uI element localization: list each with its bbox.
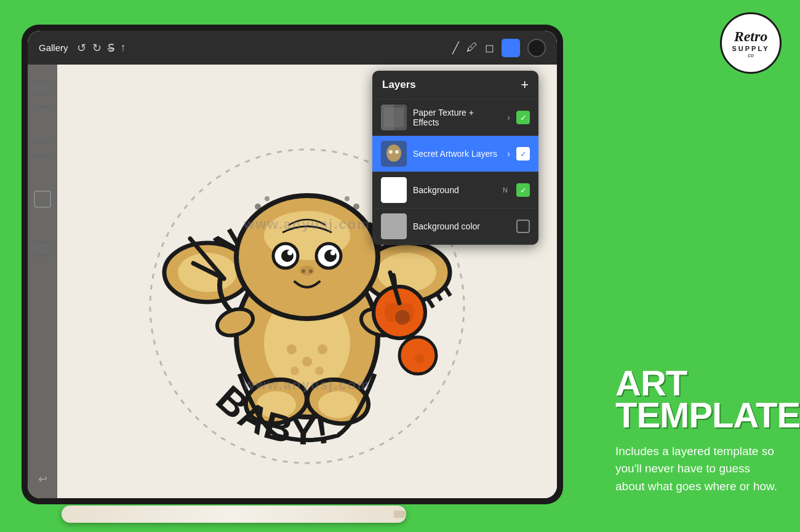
layer-name-artwork: Secret Artwork Layers [413,149,501,159]
sidebar-handle-3 [34,105,51,108]
layers-title: Layers [382,79,416,91]
svg-point-46 [386,145,401,162]
layer-row-paper[interactable]: Paper Texture + Effects › [372,100,538,136]
art-template-description: Includes a layered template so you'll ne… [615,443,782,496]
svg-point-40 [353,204,359,210]
logo-retro-text: Retro [732,28,769,45]
pen-icon[interactable]: ╱ [452,41,459,55]
gallery-button[interactable]: Gallery [39,42,68,53]
sidebar-handle-5 [34,154,51,157]
layers-panel: Layers + Paper Texture + Effects › [372,71,538,245]
svg-point-7 [287,344,297,354]
svg-point-21 [302,269,305,273]
svg-point-8 [302,357,312,367]
layer-name-background: Background [413,185,497,195]
logo-co-text: co [732,52,769,58]
svg-point-10 [290,367,299,375]
svg-point-11 [315,367,324,375]
logo-supply-text: SUPPLY [732,45,769,52]
layer-thumb-artwork [381,141,407,167]
background: Gallery ↺ ↻ S̶ ↑ ╱ 🖊 ◻ [0,0,800,532]
toolbar-icons: ↺ ↻ S̶ ↑ [77,41,126,55]
eraser-icon[interactable]: ◻ [485,41,494,55]
layer-row-bgcolor[interactable]: Background color [372,208,538,245]
svg-point-34 [415,354,425,363]
sidebar-handle-7 [34,254,51,257]
tablet: Gallery ↺ ↻ S̶ ↑ ╱ 🖊 ◻ [22,25,563,504]
svg-point-47 [389,150,393,154]
svg-point-39 [265,196,270,201]
svg-point-22 [309,269,313,273]
svg-rect-44 [384,108,404,127]
logo-circle: Retro SUPPLY co [720,12,782,74]
retro-supply-logo: Retro SUPPLY co [720,12,782,74]
layer-visibility-background[interactable] [516,183,530,197]
layer-visibility-artwork[interactable] [516,147,530,161]
undo-sidebar-icon[interactable]: ↩ [38,472,47,486]
sidebar-handle-6 [34,241,51,244]
arrow-up-icon[interactable]: ↑ [121,41,126,55]
toolbar-left: Gallery ↺ ↻ S̶ ↑ [39,41,126,55]
toolbar: Gallery ↺ ↻ S̶ ↑ ╱ 🖊 ◻ [28,31,557,65]
redo-icon[interactable]: ↻ [92,41,102,55]
layers-header: Layers + [372,71,538,100]
layer-row-artwork[interactable]: Secret Artwork Layers › [372,136,538,172]
toolbar-right: ╱ 🖊 ◻ [452,39,546,57]
svg-point-41 [345,196,350,201]
undo-icon[interactable]: ↺ [77,41,86,55]
layer-thumb-bgcol [381,213,407,239]
svg-point-18 [287,250,292,255]
tablet-screen: Gallery ↺ ↻ S̶ ↑ ╱ 🖊 ◻ [28,31,557,498]
svg-point-38 [255,204,261,210]
layers-button[interactable] [502,39,520,57]
logo-text: Retro SUPPLY co [729,26,772,61]
svg-rect-49 [381,177,407,203]
layer-mode-background: N [503,186,508,194]
svg-point-9 [318,344,327,354]
art-template-title: ART TEMPLATE [615,367,782,431]
sidebar-handle-1 [34,79,51,82]
pencil [62,506,406,523]
layer-visibility-bgcolor[interactable] [516,220,530,233]
svg-point-48 [395,150,399,154]
svg-rect-50 [381,213,407,239]
sidebar-square[interactable] [34,191,51,208]
right-content: ART TEMPLATE Includes a layered template… [615,367,782,495]
brush-icon[interactable]: 🖊 [466,41,478,54]
sidebar-handle-2 [34,92,51,95]
left-sidebar: ↩ [28,65,57,498]
strikethrough-icon[interactable]: S̶ [108,41,114,55]
layer-thumb-paper [381,105,407,130]
color-picker[interactable] [527,39,546,57]
layer-name-bgcolor: Background color [413,221,510,231]
svg-point-19 [330,250,335,255]
sidebar-handle-4 [34,141,51,145]
layer-thumb-bg [381,177,407,203]
add-layer-button[interactable]: + [521,78,529,92]
svg-point-32 [395,310,410,325]
layer-arrow-paper: › [507,113,510,122]
title-line2: TEMPLATE [615,395,800,435]
layer-row-background[interactable]: Background N [372,172,538,208]
layer-visibility-paper[interactable] [516,111,530,124]
layer-arrow-artwork: › [507,149,510,159]
layer-name-paper: Paper Texture + Effects [413,108,501,127]
